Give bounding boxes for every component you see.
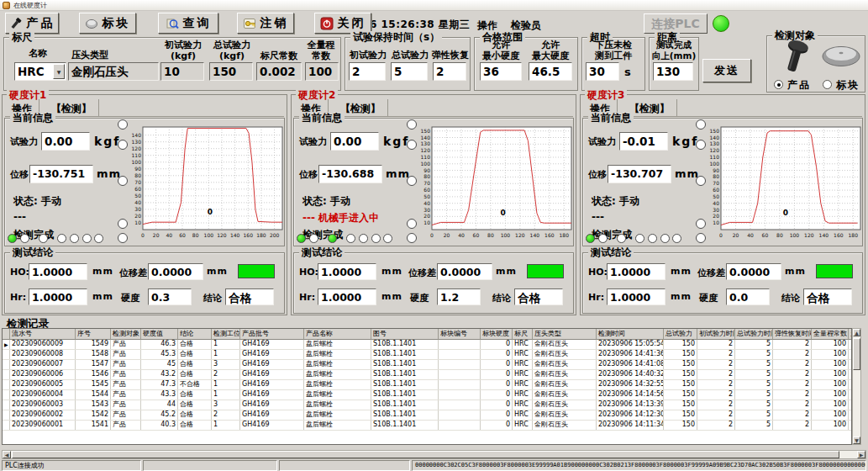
svg-text:90: 90 (713, 167, 719, 173)
table-cell: 5 (735, 421, 773, 430)
ho-unit: mm (92, 266, 113, 277)
svg-text:100: 100 (790, 232, 800, 238)
table-row[interactable]: 2023090600011541产品40.3合格1GH4169盘后螺栓S10B.… (3, 421, 852, 431)
ho-field[interactable]: 1.0000 (318, 263, 376, 280)
table-cell: 100 (812, 370, 849, 379)
table-cell: 47.3 (141, 380, 178, 389)
table-row[interactable]: 2023090600021542产品45.2合格2GH4169盘后螺栓S10B.… (3, 410, 852, 421)
scroll-left-icon[interactable]: ◀ (3, 451, 11, 458)
query-button[interactable]: 查询 (158, 13, 218, 34)
hscroll-thumb[interactable] (12, 451, 839, 458)
svg-text:160: 160 (544, 232, 555, 238)
table-cell: GH4169 (240, 380, 304, 389)
scroll-down-icon[interactable]: ▼ (853, 437, 860, 444)
pass-indicator (527, 264, 564, 278)
disp-diff-field[interactable]: 0.0000 (148, 263, 203, 280)
conclusion-field[interactable]: 合格 (803, 288, 852, 305)
table-cell: 盘后螺栓 (304, 380, 371, 389)
table-cell: HRC (513, 350, 533, 359)
svg-text:40: 40 (713, 200, 719, 206)
block-button[interactable]: 标块 (79, 13, 136, 34)
table-row[interactable]: 2023090600071547产品45合格3GH4169盘后螺栓S10B.1.… (3, 360, 852, 370)
force-unit: kgf (672, 135, 698, 148)
svg-text:40: 40 (747, 232, 754, 238)
conclusion-label: 结论 (492, 292, 511, 304)
product-radio[interactable] (774, 80, 783, 89)
hold-initial-field[interactable]: 2 (349, 62, 386, 81)
ruler-group-title: 标尺 (9, 31, 34, 43)
status-led-5 (70, 234, 79, 243)
block-radio[interactable] (823, 80, 832, 89)
ho-field[interactable]: 1.0000 (29, 263, 87, 280)
table-row[interactable]: 2023090600041544产品43.3合格1GH4169盘后螺栓S10B.… (3, 390, 852, 400)
hardness-field[interactable]: 1.2 (437, 288, 481, 305)
table-row[interactable]: ▶2023090600091549产品46.3合格1GH4169盘后螺栓S10B… (3, 340, 852, 350)
svg-text:60: 60 (423, 187, 430, 193)
hr-field[interactable]: 1.0000 (318, 288, 376, 305)
svg-text:10: 10 (423, 220, 430, 225)
table-row[interactable]: 2023090600031543产品44合格3GH4169盘后螺栓S10B.1.… (3, 400, 852, 410)
displacement-field[interactable]: -130.707 (608, 165, 671, 183)
conclusion-field[interactable]: 合格 (225, 288, 274, 305)
table-cell: 2 (697, 340, 735, 349)
table-cell: 202309060003 (10, 400, 76, 410)
row-indicator-cell: ▶ (3, 340, 10, 349)
hardness-tester-panel-3: 硬度计3操作【检测】当前信息试验力-0.01kgf位移-130.707mm状态:… (580, 94, 865, 315)
force-field[interactable]: 0.00 (41, 132, 90, 151)
force-field[interactable]: 0.00 (330, 132, 379, 151)
table-cell: 3 (212, 400, 240, 410)
indicator-circle-1 (407, 119, 417, 130)
table-row[interactable]: 2023090600051545产品47.3不合格1GH4169盘后螺栓S10B… (3, 380, 852, 390)
scale-name-combo[interactable]: HRC ▼ (14, 62, 66, 81)
hardness-field[interactable]: 0.3 (148, 288, 192, 305)
scroll-right-icon[interactable]: ▶ (857, 451, 865, 458)
row-indicator-cell (3, 350, 10, 359)
conclusion-field[interactable]: 合格 (514, 288, 563, 305)
table-vertical-scrollbar[interactable]: ▲ ▼ (852, 328, 861, 445)
displacement-field[interactable]: -130.688 (318, 165, 382, 183)
hardness-field[interactable]: 0.0 (726, 288, 770, 305)
disp-diff-field[interactable]: 0.0000 (437, 263, 492, 280)
scroll-up-icon[interactable]: ▲ (853, 329, 860, 336)
svg-text:0: 0 (719, 232, 723, 238)
svg-text:130: 130 (710, 140, 720, 146)
disp-diff-field[interactable]: 0.0000 (726, 263, 781, 280)
max-hardness-field[interactable]: 46.5 (529, 62, 572, 81)
full-range-label: 全量程 常数 (303, 40, 339, 61)
table-cell: 202309060004 (10, 390, 76, 400)
table-row[interactable]: 2023090600081548产品45.3合格1GH4169盘后螺栓S10B.… (3, 350, 852, 360)
table-cell: 100 (812, 410, 849, 420)
displacement-field[interactable]: -130.751 (29, 165, 93, 183)
hold-total-field[interactable]: 5 (391, 62, 428, 81)
hr-field[interactable]: 1.0000 (607, 288, 665, 305)
force-field[interactable]: -0.01 (619, 132, 668, 151)
initial-force-field: 10 (160, 62, 204, 81)
table-cell: 0 (481, 380, 513, 389)
status-line2: --- (13, 211, 26, 223)
logout-button[interactable]: 注销 (237, 13, 294, 34)
timeout-field[interactable]: 30 (586, 62, 619, 81)
disp-diff-label: 位移差 (408, 267, 436, 279)
table-horizontal-scrollbar[interactable]: ◀ ▶ (2, 450, 866, 459)
indicator-circle-1 (118, 119, 128, 130)
combo-dropdown-icon[interactable]: ▼ (53, 64, 65, 79)
table-cell: 5 (735, 340, 773, 349)
table-row[interactable]: 2023090600061546产品43.2合格2GH4169盘后螺栓S10B.… (3, 370, 852, 380)
ho-field[interactable]: 1.0000 (607, 263, 665, 280)
svg-text:120: 120 (217, 232, 227, 238)
vscroll-thumb[interactable] (853, 338, 860, 370)
min-hardness-field[interactable]: 36 (480, 62, 522, 81)
hr-field[interactable]: 1.0000 (29, 288, 87, 305)
status-led-3 (328, 234, 337, 243)
column-header: 总试验力 (664, 329, 697, 340)
hold-time-group-title: 试验保持时间（s） (350, 31, 442, 43)
send-button[interactable]: 发送 (702, 59, 751, 82)
table-cell: 2 (697, 380, 735, 389)
hr-unit: mm (92, 291, 113, 302)
hold-elastic-field[interactable]: 2 (433, 62, 466, 81)
indicator-circle-5 (407, 233, 417, 243)
status-led-7 (672, 234, 681, 243)
distance-field[interactable]: 130 (653, 62, 693, 81)
svg-text:100: 100 (421, 161, 431, 167)
table-cell: 100 (812, 400, 849, 410)
